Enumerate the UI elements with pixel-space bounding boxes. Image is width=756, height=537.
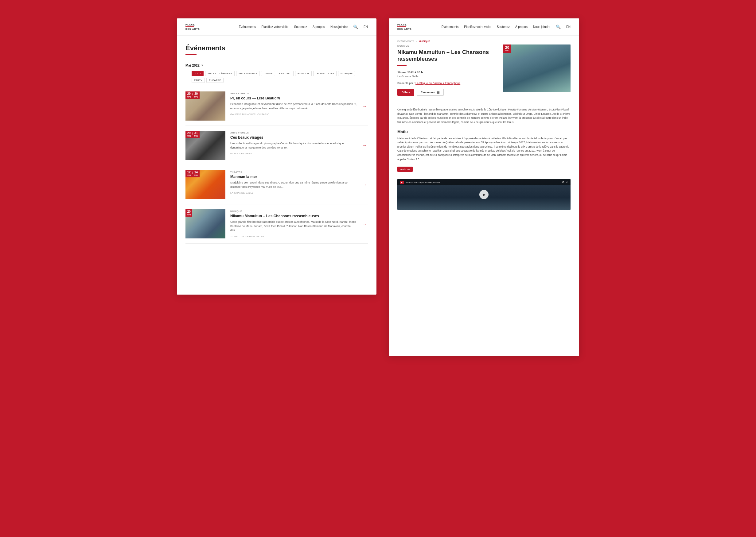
page-title-section: Événements [177, 36, 377, 60]
play-button[interactable] [479, 190, 489, 199]
search-icon-right[interactable]: 🔍 [556, 24, 561, 29]
event-item[interactable]: 29MAI/31MAI ARTS VISUELS Ces beaux visag… [186, 126, 368, 165]
chevron-down-icon: ▼ [201, 64, 203, 67]
event-facebook-button[interactable]: Événement ▦ [417, 89, 444, 96]
event-category: ARTS VISUELS [230, 131, 357, 134]
detail-date: 20 mai 2022 à 20 h [397, 70, 498, 74]
event-venue: LA GRANDE SALLE [230, 191, 357, 194]
language-toggle-right[interactable]: EN [566, 25, 570, 28]
filter-bar: Mai 2022 ▼ TOUTARTS LITTÉRAIRESARTS VISU… [177, 60, 377, 87]
nav-planifiez[interactable]: Planifiez votre visite [261, 25, 288, 28]
event-image-wrap: 12MAI/14MAI [186, 170, 225, 199]
detail-title-underline [397, 65, 407, 66]
nav-links-right: Événements Planifiez votre visite Souten… [442, 24, 570, 29]
filter-tag-humour[interactable]: HUMOUR [295, 71, 312, 76]
tickets-button[interactable]: Billets [397, 89, 414, 96]
nav-planifiez-r[interactable]: Planifiez votre visite [464, 25, 491, 28]
nav-links: Événements Planifiez votre visite Souten… [239, 24, 368, 29]
event-date-badge: 29MAI/31MAI [186, 131, 200, 138]
logo-bottom: DES ARTS [186, 28, 200, 30]
event-description: Une collection d'images du photographe C… [230, 142, 357, 150]
nav-rejoindre[interactable]: Nous joindre [331, 25, 348, 28]
event-item[interactable]: 12MAI/14MAI THÉÂTRE Manman la mer Marjel… [186, 165, 368, 204]
filter-tag-festival[interactable]: FESTIVAL [277, 71, 294, 76]
event-category: MUSIQUE [230, 210, 357, 213]
detail-venue: La Grande Salle [397, 75, 498, 78]
event-arrow-icon[interactable]: → [362, 209, 368, 238]
event-venue: PLACE DES ARTS [230, 152, 357, 155]
event-arrow-icon[interactable]: → [362, 170, 368, 199]
detail-category: MUSIQUE [397, 45, 498, 47]
artist-website-link[interactable]: matiu.ca [397, 167, 413, 172]
logo-top-right: PLACE [397, 23, 407, 26]
event-content: THÉÂTRE Manman la mer Marjelaine voit l'… [230, 170, 357, 199]
event-category: ARTS VISUELS [230, 92, 357, 95]
left-panel: PLACE DES ARTS Événements Planifiez votr… [177, 19, 377, 295]
nav-left: PLACE DES ARTS Événements Planifiez votr… [177, 19, 377, 36]
event-description: Exposition inaugurale et dévoilement d'u… [230, 102, 357, 110]
event-content: MUSIQUE Nikamu Mamuitun – Les Chansons r… [230, 209, 357, 238]
breadcrumb: ÉVÉNEMENTS › MUSIQUE [389, 36, 579, 45]
nav-right: PLACE DES ARTS Événements Planifiez votr… [389, 19, 579, 36]
nav-evenements-r[interactable]: Événements [442, 25, 459, 28]
event-list: 29MAI/30MAI ARTS VISUELS Pi, en cours — … [177, 87, 377, 244]
site-logo[interactable]: PLACE DES ARTS [186, 23, 200, 30]
page-title: Événements [186, 44, 368, 52]
event-title: Pi, en cours — Lise Beaudry [230, 96, 357, 100]
filter-tag-arts-littéraires[interactable]: ARTS LITTÉRAIRES [205, 71, 235, 76]
language-toggle[interactable]: EN [364, 25, 368, 28]
event-image-wrap: 29MAI/31MAI [186, 131, 225, 160]
filter-tag-le-parcours[interactable]: LE PARCOURS [313, 71, 336, 76]
video-player[interactable]: ▶ Matiu // Jean-Guy // Vidéoclip officie… [397, 179, 570, 210]
event-venue: 20 MAI LA GRANDE SALLE [230, 235, 357, 238]
search-icon[interactable]: 🔍 [353, 24, 358, 29]
site-logo-right[interactable]: PLACE DES ARTS [397, 23, 412, 30]
event-detail-body: Cette grande fête boréale rassemble quat… [389, 102, 579, 216]
youtube-logo: ▶ [400, 181, 404, 184]
filter-tag-danse[interactable]: DANSE [261, 71, 275, 76]
breadcrumb-separator: › [416, 40, 417, 43]
video-top-bar: ▶ Matiu // Jean-Guy // Vidéoclip officie… [397, 179, 570, 186]
right-panel: PLACE DES ARTS Événements Planifiez votr… [389, 19, 579, 356]
breadcrumb-events[interactable]: ÉVÉNEMENTS [397, 40, 414, 43]
event-title: Manman la mer [230, 175, 357, 179]
nav-soutenez[interactable]: Soutenez [294, 25, 307, 28]
event-arrow-icon[interactable]: → [362, 92, 368, 121]
event-item[interactable]: 29MAI/30MAI ARTS VISUELS Pi, en cours — … [186, 87, 368, 126]
event-date-badge: 20MAI [186, 209, 192, 217]
logo-bar-right [397, 26, 406, 27]
nav-apropos-r[interactable]: À propos [515, 25, 527, 28]
filter-tag-musique[interactable]: MUSIQUE [338, 71, 355, 76]
nav-apropos[interactable]: À propos [313, 25, 325, 28]
event-category: THÉÂTRE [230, 171, 357, 173]
filter-tag-tout[interactable]: TOUT [192, 71, 203, 76]
event-content: ARTS VISUELS Pi, en cours — Lise Beaudry… [230, 92, 357, 121]
filter-tags: TOUTARTS LITTÉRAIRESARTS VISUELSDANSEFES… [192, 71, 368, 83]
event-arrow-icon[interactable]: → [362, 131, 368, 160]
presenter-link[interactable]: La Slague du Carrefour francophone [416, 82, 460, 85]
event-date-badge: 12MAI/14MAI [186, 170, 200, 177]
share-icon[interactable]: ↗ [566, 181, 568, 184]
event-description: Marjelaine voit l'avenir dans ses rêves.… [230, 181, 357, 189]
nav-evenements[interactable]: Événements [239, 25, 256, 28]
event-image-wrap: 29MAI/30MAI [186, 92, 225, 121]
event-title: Ces beaux visages [230, 135, 357, 140]
logo-top: PLACE [186, 23, 195, 26]
event-item[interactable]: 20MAI MUSIQUE Nikamu Mamuitun – Les Chan… [186, 204, 368, 244]
detail-presenter: Présenté par : La Slague du Carrefour fr… [397, 82, 498, 85]
filter-tag-party[interactable]: PARTY [192, 78, 205, 83]
filter-tag-arts-visuels[interactable]: ARTS VISUELS [236, 71, 260, 76]
event-detail-image: 20 MAI [503, 45, 570, 92]
nav-rejoindre-r[interactable]: Nous joindre [533, 25, 550, 28]
event-date-badge: 29MAI/30MAI [186, 92, 200, 99]
nav-soutenez-r[interactable]: Soutenez [497, 25, 510, 28]
event-main-image [503, 45, 570, 92]
detail-title: Nikamu Mamuitun – Les Chansons rassemble… [397, 49, 498, 62]
month-selector[interactable]: Mai 2022 ▼ [186, 63, 203, 67]
filter-tag-théâtre[interactable]: THÉÂTRE [206, 78, 223, 83]
event-content: ARTS VISUELS Ces beaux visages Une colle… [230, 131, 357, 160]
settings-icon[interactable]: ⚙ [562, 181, 564, 184]
event-description: Cette grande fête boréale rassemble quat… [230, 220, 357, 232]
logo-bar [186, 26, 194, 27]
video-title: Matiu // Jean-Guy // Vidéoclip officiel [406, 181, 560, 184]
